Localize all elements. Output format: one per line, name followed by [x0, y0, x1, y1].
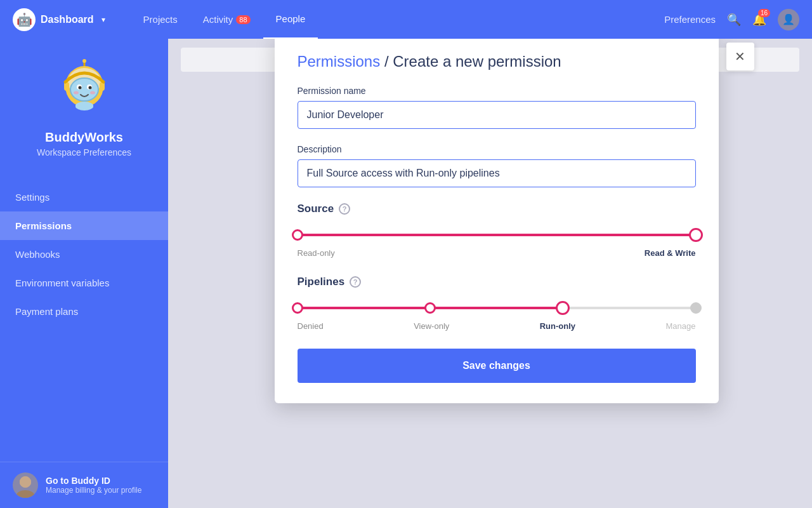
breadcrumb-sep: /	[384, 53, 393, 70]
source-track-fill	[298, 234, 696, 236]
brand-arrow: ▾	[102, 15, 105, 24]
nav-activity[interactable]: Activity 88	[190, 0, 263, 39]
footer-title: Go to Buddy ID	[46, 476, 141, 486]
sidebar-footer[interactable]: Go to Buddy ID Manage billing & your pro…	[0, 462, 168, 508]
description-label: Description	[298, 144, 696, 154]
main-area: BuddyWorks Workspace Preferences Setting…	[0, 39, 812, 508]
nav-projects[interactable]: Projects	[131, 0, 190, 39]
source-thumb-right[interactable]	[689, 228, 703, 242]
source-slider-labels: Read-only Read & Write	[298, 248, 696, 258]
sidebar-item-env-vars[interactable]: Environment variables	[0, 269, 168, 297]
footer-text: Go to Buddy ID Manage billing & your pro…	[46, 476, 141, 495]
pipelines-label-manage: Manage	[666, 321, 696, 331]
sidebar-item-permissions[interactable]: Permissions	[0, 211, 168, 240]
pipelines-label-text: Pipelines	[298, 276, 345, 288]
close-icon: ✕	[735, 49, 745, 64]
search-button[interactable]: 🔍	[727, 13, 741, 27]
modal-close-button[interactable]: ✕	[726, 43, 754, 70]
modal-title: Permissions / Create a new permission	[298, 53, 696, 70]
permission-name-input[interactable]	[298, 101, 696, 129]
footer-avatar	[13, 472, 38, 498]
logo[interactable]: 🤖 Dashboard ▾	[13, 8, 105, 31]
pipelines-section: Pipelines ?	[298, 276, 696, 331]
svg-point-17	[16, 490, 34, 498]
pipelines-slider-track[interactable]	[298, 298, 696, 318]
preferences-link[interactable]: Preferences	[664, 14, 716, 25]
pipelines-help-icon[interactable]: ?	[350, 276, 361, 288]
pipelines-label-run-only: Run-only	[540, 321, 575, 331]
description-input[interactable]	[298, 159, 696, 187]
sidebar-item-settings[interactable]: Settings	[0, 183, 168, 211]
nav-people[interactable]: People	[263, 0, 318, 39]
pipelines-slider-labels: Denied View-only Run-only Manage	[298, 321, 696, 331]
sidebar-item-payment-plans[interactable]: Payment plans	[0, 297, 168, 326]
source-label-read-only: Read-only	[298, 248, 335, 258]
sidebar: BuddyWorks Workspace Preferences Setting…	[0, 39, 168, 508]
source-thumb-left[interactable]	[292, 229, 303, 241]
svg-point-6	[78, 86, 81, 90]
svg-point-15	[82, 59, 86, 63]
permission-name-label: Permission name	[298, 86, 696, 96]
sidebar-nav: Settings Permissions Webhooks Environmen…	[0, 183, 168, 462]
sidebar-profile: BuddyWorks Workspace Preferences	[0, 39, 168, 170]
pipelines-label-denied: Denied	[298, 321, 324, 331]
svg-point-9	[90, 91, 95, 95]
permission-name-group: Permission name	[298, 86, 696, 129]
workspace-name: BuddyWorks	[45, 130, 123, 145]
svg-point-8	[74, 91, 79, 95]
modal-body: Permission name Description Source ?	[275, 86, 719, 403]
source-label-read-write: Read & Write	[645, 248, 696, 258]
breadcrumb-link[interactable]: Permissions	[298, 53, 381, 70]
permission-modal: ✕ Permissions / Create a new permission …	[275, 32, 719, 403]
modal-title-text: Create a new permission	[393, 53, 561, 70]
save-changes-button[interactable]: Save changes	[298, 349, 696, 383]
logo-icon: 🤖	[13, 8, 36, 31]
notification-badge: 16	[758, 9, 770, 17]
user-avatar[interactable]: 👤	[778, 9, 799, 30]
pipelines-thumb-manage[interactable]	[690, 302, 702, 314]
pipelines-label-row: Pipelines ?	[298, 276, 696, 288]
notifications-button[interactable]: 🔔 16	[752, 13, 766, 27]
pipelines-label-view-only: View-only	[414, 321, 449, 331]
modal-overlay: ✕ Permissions / Create a new permission …	[168, 39, 812, 508]
source-slider-track[interactable]	[298, 225, 696, 244]
pipelines-thumb-run-only[interactable]	[556, 301, 570, 315]
source-label-row: Source ?	[298, 203, 696, 215]
pipelines-thumb-left[interactable]	[292, 302, 303, 314]
pipelines-track-bg	[298, 307, 696, 309]
footer-sub: Manage billing & your profile	[46, 486, 141, 495]
content-bg: ✕ Permissions / Create a new permission …	[168, 39, 812, 508]
nav-links: Projects Activity 88 People	[131, 0, 665, 39]
source-section: Source ? Read	[298, 203, 696, 258]
sidebar-mascot	[53, 58, 116, 121]
description-group: Description	[298, 144, 696, 187]
source-help-icon[interactable]: ?	[339, 203, 350, 215]
svg-point-18	[20, 476, 31, 488]
workspace-sub: Workspace Preferences	[37, 147, 131, 157]
search-icon: 🔍	[727, 13, 741, 26]
brand-label: Dashboard	[41, 14, 94, 25]
activity-badge: 88	[236, 15, 250, 24]
topnav-right: Preferences 🔍 🔔 16 👤	[664, 9, 799, 30]
modal-header: Permissions / Create a new permission	[275, 32, 719, 86]
sidebar-item-webhooks[interactable]: Webhooks	[0, 240, 168, 269]
source-label-text: Source	[298, 203, 334, 215]
pipelines-thumb-view-only[interactable]	[424, 302, 436, 314]
svg-rect-13	[75, 104, 93, 109]
topnav: 🤖 Dashboard ▾ Projects Activity 88 Peopl…	[0, 0, 812, 39]
svg-point-7	[88, 86, 91, 90]
source-track-bg	[298, 234, 696, 236]
